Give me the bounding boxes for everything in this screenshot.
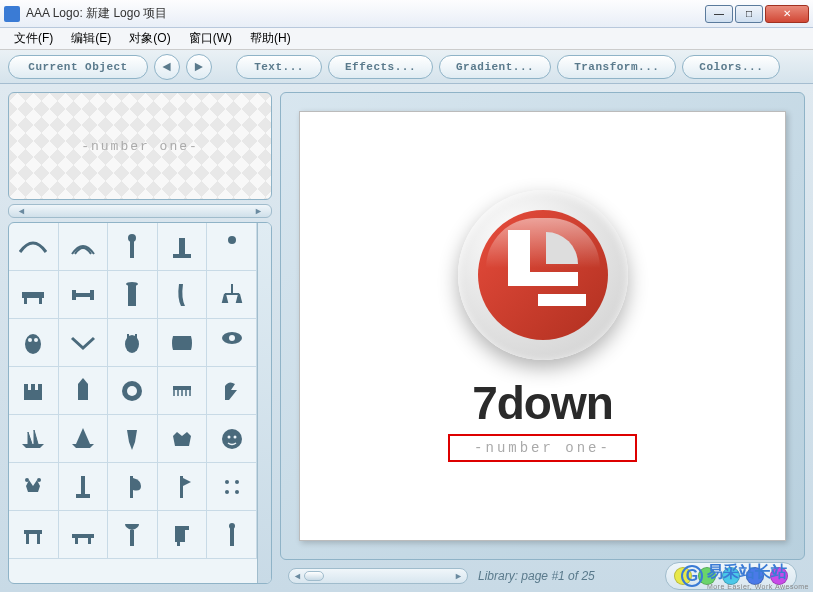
svg-point-41 [235,490,239,494]
menu-object[interactable]: 对象(O) [121,28,178,49]
svg-rect-34 [81,476,85,494]
watermark: G 易采站长站 More Easier, Work Awesome [681,562,809,590]
gradient-button[interactable]: Gradient... [439,55,551,79]
library-shape-post[interactable] [59,463,109,511]
svg-point-31 [233,435,236,438]
close-button[interactable]: ✕ [765,5,809,23]
svg-rect-9 [72,290,76,300]
menu-window[interactable]: 窗口(W) [181,28,240,49]
library-shape-pillar[interactable] [108,271,158,319]
library-shape-dots[interactable] [207,463,257,511]
svg-rect-7 [39,298,42,304]
library-shape-disc[interactable] [108,367,158,415]
watermark-icon: G [681,565,703,587]
svg-rect-42 [24,530,42,534]
library-shape-horus[interactable] [207,319,257,367]
library-shape-pole[interactable] [207,511,257,559]
library-shape-rainbow[interactable] [59,223,109,271]
svg-point-14 [28,338,32,342]
scroll-thumb[interactable] [304,571,324,581]
library-shape-face[interactable] [207,415,257,463]
window-controls: — □ ✕ [705,5,809,23]
maximize-button[interactable]: □ [735,5,763,23]
library-shape-table[interactable] [9,511,59,559]
scroll-left-icon[interactable]: ◄ [293,571,302,581]
library-shape-figure[interactable] [207,223,257,271]
library-shape-crown2[interactable] [9,463,59,511]
library-shape-bench[interactable] [9,271,59,319]
logo-subtitle-selection[interactable]: -number one- [448,434,637,462]
library-shape-ship1[interactable] [9,415,59,463]
library-shape-owl2[interactable] [108,319,158,367]
preview-text: -number one- [81,139,199,154]
library-shape-tower[interactable] [59,367,109,415]
watermark-sub: More Easier, Work Awesome [707,583,809,590]
logo-subtitle: -number one- [474,440,611,456]
svg-point-38 [225,480,229,484]
library-page-scroll[interactable]: ◄ ► [288,568,468,584]
lib-nav-left-icon[interactable]: ◄ [17,206,26,216]
library-shape-owl[interactable] [9,319,59,367]
watermark-text: 易采站长站 [707,563,787,580]
menu-file[interactable]: 文件(F) [6,28,61,49]
svg-rect-46 [75,538,78,544]
lib-nav-right-icon[interactable]: ► [254,206,263,216]
library-shape-scale[interactable] [207,271,257,319]
library-shape-arc[interactable] [9,223,59,271]
library-shape-staff[interactable] [108,223,158,271]
library-shape-axe2[interactable] [158,463,208,511]
library-shape-falcon[interactable] [207,367,257,415]
svg-point-1 [128,234,136,242]
library-shape-chevron[interactable] [59,319,109,367]
svg-rect-27 [173,386,191,390]
library-shape-leg[interactable] [158,271,208,319]
svg-rect-20 [24,384,28,390]
library-scrollbar[interactable] [257,223,271,583]
library-shape-castle[interactable] [9,367,59,415]
menu-edit[interactable]: 编辑(E) [63,28,119,49]
canvas[interactable]: 7down -number one- [299,111,786,541]
library-shape-axe[interactable] [108,463,158,511]
library-shape-stand[interactable] [158,223,208,271]
library-shape-goblet[interactable] [108,415,158,463]
library-nav[interactable]: ◄ ► [8,204,272,218]
svg-rect-43 [26,534,29,544]
library-shape-dumbbell[interactable] [59,271,109,319]
svg-rect-51 [177,542,180,546]
menu-help[interactable]: 帮助(H) [242,28,299,49]
minimize-button[interactable]: — [705,5,733,23]
svg-point-33 [37,478,41,482]
library-shape-scroll[interactable] [158,319,208,367]
library-page-info: Library: page #1 of 25 [478,569,595,583]
next-object-button[interactable]: ► [186,54,212,80]
svg-rect-19 [24,390,42,400]
text-button[interactable]: Text... [236,55,322,79]
svg-point-18 [229,335,235,341]
current-object-button[interactable]: Current Object [8,55,148,79]
colors-button[interactable]: Colors... [682,55,780,79]
svg-point-29 [222,429,242,449]
library-shape-chair[interactable] [158,511,208,559]
svg-rect-6 [24,298,27,304]
library-shape-crown[interactable] [158,415,208,463]
svg-rect-35 [76,494,90,498]
svg-point-26 [127,386,137,396]
library-shape-bench2[interactable] [59,511,109,559]
titlebar: AAA Logo: 新建 Logo 项目 — □ ✕ [0,0,813,28]
svg-marker-28 [76,428,90,444]
transform-button[interactable]: Transform... [557,55,676,79]
svg-rect-48 [130,530,134,546]
svg-marker-24 [78,378,88,384]
svg-point-53 [229,523,235,529]
svg-rect-2 [179,238,185,256]
prev-object-button[interactable]: ◄ [154,54,180,80]
svg-point-30 [227,435,230,438]
effects-button[interactable]: Effects... [328,55,433,79]
canvas-wrap: 7down -number one- [280,92,805,560]
shape-library [8,222,272,584]
library-shape-comb[interactable] [158,367,208,415]
library-shape-ship2[interactable] [59,415,109,463]
scroll-right-icon[interactable]: ► [454,571,463,581]
library-shape-lamp[interactable] [108,511,158,559]
logo-emblem [458,190,628,360]
